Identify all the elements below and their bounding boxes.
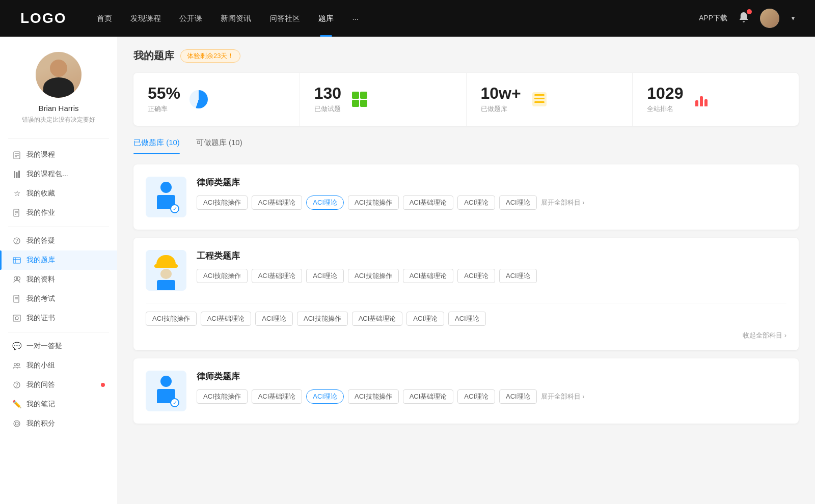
expand-lawyer-2[interactable]: 展开全部科目 ›	[541, 392, 585, 401]
user-dropdown-icon[interactable]: ▾	[792, 15, 795, 22]
sidebar-item-certificates[interactable]: 我的证书	[0, 309, 117, 328]
materials-icon	[12, 275, 21, 284]
tag-lawyer-2-1[interactable]: ACI基础理论	[252, 389, 303, 404]
tag-eng-1-6[interactable]: ACI理论	[499, 269, 537, 283]
banks-done-icon	[529, 89, 550, 109]
engineer-extra-tags: ACI技能操作 ACI基础理论 ACI理论 ACI技能操作 ACI基础理论 AC…	[133, 303, 799, 350]
sidebar-item-points[interactable]: 我的积分	[0, 414, 117, 433]
app-download-link[interactable]: APP下载	[699, 14, 727, 23]
logo[interactable]: LOGO	[20, 10, 66, 26]
sidebar-item-exams-label: 我的考试	[26, 294, 105, 303]
nav-qa[interactable]: 问答社区	[269, 14, 300, 23]
tag-lawyer-2-2[interactable]: ACI理论	[306, 389, 344, 404]
homework-icon	[12, 208, 21, 217]
sidebar-item-my-courses-label: 我的课程	[26, 150, 105, 159]
lawyer-check-1: ✓	[170, 204, 179, 213]
nav-more[interactable]: ···	[352, 14, 359, 23]
sidebar-item-my-qa[interactable]: ? 我的问答	[0, 375, 117, 395]
bank-card-lawyer-1: ✓ 律师类题库 ACI技能操作 ACI基础理论 ACI理论 ACI技能操作 AC…	[133, 164, 799, 230]
lawyer-body-1: ✓	[157, 195, 175, 209]
sidebar-item-favorites[interactable]: ☆ 我的收藏	[0, 184, 117, 203]
bank-name-lawyer-2: 律师类题库	[197, 371, 786, 382]
tag-lawyer-1-0[interactable]: ACI技能操作	[197, 195, 248, 210]
tag-eng-2-6[interactable]: ACI理论	[448, 312, 486, 326]
tag-lawyer-1-1[interactable]: ACI基础理论	[252, 195, 303, 210]
engineer-body	[157, 280, 175, 290]
tag-eng-1-5[interactable]: ACI理论	[457, 269, 495, 283]
tag-eng-1-4[interactable]: ACI基础理论	[403, 269, 454, 283]
expand-lawyer-1[interactable]: 展开全部科目 ›	[541, 198, 585, 207]
helmet-brim	[154, 264, 178, 268]
tag-eng-2-1[interactable]: ACI基础理论	[201, 312, 252, 326]
sidebar-item-questions[interactable]: ? 我的答疑	[0, 231, 117, 250]
tag-eng-1-3[interactable]: ACI技能操作	[348, 269, 399, 283]
tag-lawyer-1-5[interactable]: ACI理论	[457, 195, 495, 210]
svg-point-28	[15, 422, 18, 425]
tag-lawyer-1-3[interactable]: ACI技能操作	[348, 195, 399, 210]
lawyer-check-2: ✓	[170, 398, 179, 407]
tag-lawyer-2-3[interactable]: ACI技能操作	[348, 389, 399, 404]
tag-eng-1-1[interactable]: ACI基础理论	[252, 269, 303, 283]
tag-eng-2-5[interactable]: ACI理论	[406, 312, 444, 326]
tag-lawyer-2-4[interactable]: ACI基础理论	[403, 389, 454, 404]
tag-lawyer-2-6[interactable]: ACI理论	[499, 389, 537, 404]
sidebar-item-question-bank[interactable]: 我的题库	[0, 250, 117, 270]
sidebar-item-materials[interactable]: 我的资料	[0, 270, 117, 289]
tag-lawyer-2-5[interactable]: ACI理论	[457, 389, 495, 404]
pie-chart-icon	[189, 90, 208, 108]
tags-row-lawyer-2: ACI技能操作 ACI基础理论 ACI理论 ACI技能操作 ACI基础理论 AC…	[197, 389, 786, 404]
list-icon	[532, 92, 547, 106]
sidebar-item-groups[interactable]: 我的小组	[0, 356, 117, 375]
helmet-top	[156, 255, 176, 264]
tag-eng-1-2[interactable]: ACI理论	[306, 269, 344, 283]
bank-name-engineer: 工程类题库	[197, 250, 786, 262]
nav-open-course[interactable]: 公开课	[179, 14, 202, 23]
tag-eng-2-4[interactable]: ACI基础理论	[352, 312, 403, 326]
stat-done-questions: 130 已做试题	[300, 73, 467, 126]
sidebar-item-notes[interactable]: ✏️ 我的笔记	[0, 395, 117, 414]
one-on-one-icon: 💬	[12, 342, 21, 351]
tab-done-banks[interactable]: 已做题库 (10)	[133, 138, 180, 154]
tag-lawyer-1-2[interactable]: ACI理论	[306, 195, 344, 210]
profile-avatar	[36, 52, 82, 98]
bank-card-engineer: 工程类题库 ACI技能操作 ACI基础理论 ACI理论 ACI技能操作 ACI基…	[133, 238, 799, 350]
bank-card-lawyer-2: ✓ 律师类题库 ACI技能操作 ACI基础理论 ACI理论 ACI技能操作 AC…	[133, 358, 799, 424]
stat-accuracy-label: 正确率	[148, 104, 180, 114]
sidebar-item-my-courses[interactable]: 我的课程	[0, 145, 117, 164]
tag-lawyer-2-0[interactable]: ACI技能操作	[197, 389, 248, 404]
sidebar-item-materials-label: 我的资料	[26, 275, 105, 284]
accuracy-icon	[188, 89, 209, 109]
tag-eng-2-2[interactable]: ACI理论	[255, 312, 293, 326]
collapse-engineer-link[interactable]: 收起全部科目 ›	[743, 331, 786, 340]
tag-lawyer-1-6[interactable]: ACI理论	[499, 195, 537, 210]
nav-right: APP下载 ▾	[699, 9, 795, 28]
tag-lawyer-1-4[interactable]: ACI基础理论	[403, 195, 454, 210]
sidebar-item-question-bank-label: 我的题库	[26, 256, 105, 265]
top-navigation: LOGO 首页 发现课程 公开课 新闻资讯 问答社区 题库 ··· APP下载 …	[0, 0, 815, 37]
svg-rect-6	[18, 171, 20, 178]
sidebar-item-one-on-one[interactable]: 💬 一对一答疑	[0, 337, 117, 356]
tab-available-banks[interactable]: 可做题库 (10)	[196, 138, 242, 154]
profile-motto: 错误的决定比没有决定要好	[22, 116, 95, 124]
sidebar-item-homework[interactable]: 我的作业	[0, 203, 117, 222]
tag-eng-2-3[interactable]: ACI技能操作	[297, 312, 348, 326]
tag-eng-2-0[interactable]: ACI技能操作	[146, 312, 197, 326]
nav-bank[interactable]: 题库	[318, 14, 334, 23]
notification-bell[interactable]	[738, 11, 750, 25]
lawyer-body-2: ✓	[157, 389, 175, 403]
nav-home[interactable]: 首页	[97, 14, 112, 23]
sidebar-item-course-package[interactable]: 我的课程包...	[0, 164, 117, 184]
lawyer-figure-2: ✓	[153, 376, 179, 406]
user-avatar[interactable]	[760, 9, 779, 28]
svg-point-22	[15, 317, 18, 320]
tag-eng-1-0[interactable]: ACI技能操作	[197, 269, 248, 283]
nav-discover[interactable]: 发现课程	[130, 14, 161, 23]
sidebar-item-notes-label: 我的笔记	[26, 400, 105, 409]
nav-news[interactable]: 新闻资讯	[221, 14, 251, 23]
lawyer-head-2	[160, 376, 172, 387]
sidebar-item-exams[interactable]: 我的考试	[0, 289, 117, 309]
sidebar: Brian Harris 错误的决定比没有决定要好 我的课程 我的课程包... …	[0, 37, 117, 504]
courses-icon	[12, 150, 21, 159]
svg-point-24	[17, 363, 20, 366]
exam-icon	[12, 294, 21, 303]
